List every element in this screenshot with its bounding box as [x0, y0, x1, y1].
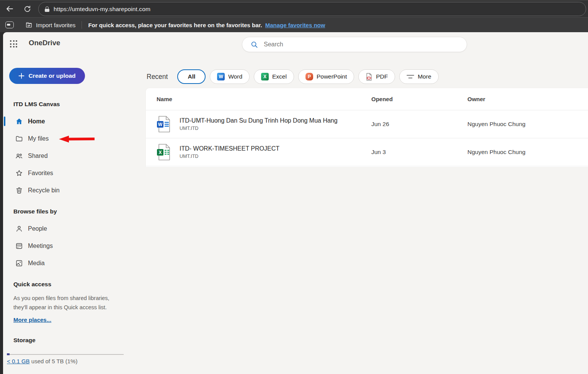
favorites-bar-divider	[82, 21, 82, 29]
filter-label: Word	[228, 73, 242, 80]
storage-header: Storage	[3, 337, 141, 344]
excel-file-icon: X	[157, 144, 170, 161]
table-row[interactable]: W ITD-UMT-Huong Dan Su Dung Trinh Hop Do…	[146, 110, 588, 138]
opened-date: Jun 26	[371, 121, 467, 128]
storage-usage: < 0.1 GB used of 5 TB (1%)	[3, 358, 141, 364]
sidebar-item-label: Shared	[28, 153, 48, 159]
onedrive-page: OneDrive Create or upload ITD LMS Canvas…	[3, 32, 588, 374]
sidebar-item-label: People	[28, 225, 47, 232]
sidebar-item-recycle-bin[interactable]: Recycle bin	[3, 182, 141, 199]
favorites-bar: Import favorites For quick access, place…	[0, 17, 588, 32]
table-header-row: Name Opened Owner	[146, 88, 588, 110]
filter-powerpoint[interactable]: P PowerPoint	[298, 69, 354, 84]
file-name: ITD- WORK-TIMESHEET PROJECT	[180, 145, 279, 152]
svg-text:W: W	[158, 122, 163, 127]
plus-icon	[18, 73, 24, 79]
filter-word[interactable]: W Word	[210, 69, 250, 84]
sidebar-item-label: My files	[28, 135, 49, 142]
lock-icon	[45, 7, 49, 12]
manage-favorites-link[interactable]: Manage favorites now	[265, 22, 325, 28]
filter-label: PDF	[376, 73, 388, 80]
recent-label: Recent	[147, 73, 168, 81]
person-icon	[15, 225, 23, 233]
red-arrow-annotation	[59, 135, 95, 143]
back-icon[interactable]	[3, 2, 16, 15]
search-input[interactable]	[264, 41, 440, 48]
owner-name: Nguyen Phuoc Chung	[467, 121, 588, 128]
filter-pdf[interactable]: PDF	[358, 69, 395, 84]
search-icon	[251, 41, 258, 48]
word-file-icon: W	[157, 116, 170, 133]
image-icon	[15, 259, 23, 267]
people-icon	[15, 152, 23, 160]
sidebar-item-label: Recycle bin	[28, 187, 60, 194]
quick-access-description: As you open files from shared libraries,…	[3, 294, 118, 312]
column-header-name[interactable]: Name	[157, 96, 371, 102]
excel-icon: X	[261, 73, 269, 80]
sidebar-section-title: ITD LMS Canvas	[3, 96, 141, 113]
url-text: https://umteduvn-my.sharepoint.com	[54, 6, 150, 13]
filter-lines-icon	[407, 74, 414, 79]
file-location: UMT.ITD	[180, 154, 279, 159]
filter-all[interactable]: All	[177, 69, 206, 84]
more-places-link[interactable]: More places...	[13, 317, 51, 323]
create-or-upload-button[interactable]: Create or upload	[9, 68, 85, 84]
sidebar-panel-icon[interactable]	[5, 21, 14, 28]
table-row[interactable]: X ITD- WORK-TIMESHEET PROJECT UMT.ITD Ju…	[146, 138, 588, 166]
filter-label: More	[418, 73, 431, 80]
address-bar[interactable]: https://umteduvn-my.sharepoint.com	[38, 2, 586, 16]
folder-icon	[15, 135, 23, 143]
storage-usage-text: used of 5 TB (1%)	[30, 358, 78, 364]
filter-label: Excel	[272, 73, 287, 80]
refresh-icon[interactable]	[21, 2, 34, 15]
home-icon	[15, 118, 23, 125]
file-location: UMT.ITD	[180, 126, 338, 131]
sidebar-item-shared[interactable]: Shared	[3, 147, 141, 164]
sidebar-item-label: Meetings	[28, 243, 53, 249]
filter-more[interactable]: More	[399, 69, 438, 84]
import-favorites-label: Import favorites	[36, 22, 75, 28]
sidebar-item-media[interactable]: Media	[3, 254, 141, 272]
calendar-icon	[15, 242, 23, 250]
owner-name: Nguyen Phuoc Chung	[467, 149, 588, 156]
sidebar-item-meetings[interactable]: Meetings	[3, 237, 141, 254]
trash-icon	[15, 187, 23, 194]
column-header-opened[interactable]: Opened	[371, 96, 467, 102]
star-icon	[15, 169, 23, 177]
recent-files-table: Name Opened Owner W ITD-UMT-Huong Dan Su…	[146, 88, 588, 167]
sidebar-item-label: Home	[28, 118, 45, 125]
sidebar-item-people[interactable]: People	[3, 220, 141, 237]
filter-label: PowerPoint	[317, 73, 347, 80]
powerpoint-icon: P	[305, 73, 313, 80]
create-or-upload-label: Create or upload	[28, 72, 75, 79]
filter-label: All	[188, 73, 195, 80]
sidebar-item-home[interactable]: Home	[3, 113, 141, 130]
selected-indicator	[4, 116, 5, 126]
import-favorites-button[interactable]: Import favorites	[25, 21, 75, 29]
sidebar-item-label: Media	[28, 260, 45, 267]
app-title: OneDrive	[29, 39, 60, 47]
import-favorites-icon	[25, 21, 33, 29]
storage-progress-bar	[7, 353, 124, 355]
browser-toolbar: https://umteduvn-my.sharepoint.com	[0, 0, 588, 17]
pdf-icon	[366, 73, 372, 81]
app-launcher-waffle-icon[interactable]	[10, 40, 17, 48]
favorites-hint-text: For quick access, place your favorites h…	[88, 22, 262, 28]
quick-access-header: Quick access	[3, 276, 141, 293]
storage-progress-fill	[7, 353, 10, 355]
sidebar-item-favorites[interactable]: Favorites	[3, 164, 141, 182]
search-box[interactable]	[242, 37, 467, 52]
browse-files-by-header: Browse files by	[3, 203, 141, 220]
file-name: ITD-UMT-Huong Dan Su Dung Trinh Hop Dong…	[180, 117, 338, 124]
filter-excel[interactable]: X Excel	[254, 69, 294, 84]
opened-date: Jun 3	[371, 149, 467, 156]
word-icon: W	[217, 73, 225, 80]
column-header-owner[interactable]: Owner	[467, 96, 588, 102]
storage-usage-link[interactable]: < 0.1 GB	[7, 358, 30, 364]
sidebar-item-label: Favorites	[28, 170, 53, 177]
svg-text:X: X	[158, 150, 162, 155]
filter-toolbar: Recent All W Word X Excel P PowerPoint P…	[147, 69, 439, 84]
